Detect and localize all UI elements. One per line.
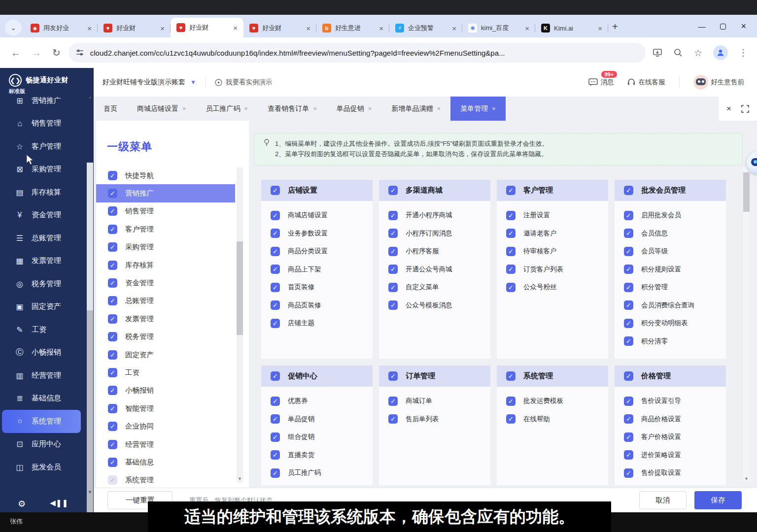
checkbox[interactable]: ✓ [108, 422, 117, 431]
tab-close-icon[interactable]: × [597, 24, 603, 33]
checkbox[interactable]: ✓ [271, 265, 280, 274]
menu-panel-row[interactable]: ✓工资 [96, 364, 235, 381]
panel-scroll-down-icon[interactable]: ▼ [237, 476, 243, 481]
sidebar-item-customer[interactable]: ☆客户管理 [0, 135, 94, 158]
menu-item-row[interactable]: ✓小程序客服 [379, 242, 490, 261]
sidebar-item-system[interactable]: ○系统管理 [2, 410, 81, 433]
menu-item-row[interactable]: ✓售价提取设置 [615, 464, 726, 482]
settings-gear-icon[interactable]: ⚙ [18, 499, 26, 509]
checkbox[interactable]: ✓ [271, 397, 280, 406]
sidebar-item-inventory[interactable]: ▤库存核算 [0, 181, 94, 204]
fullscreen-icon[interactable] [741, 105, 749, 113]
save-button[interactable]: 保存 [694, 491, 742, 509]
browser-tab[interactable]: ◈用友好业× [25, 19, 98, 37]
sidebar-scroll-up-icon[interactable]: ▲ [87, 95, 93, 100]
checkbox[interactable]: ✓ [271, 450, 280, 460]
checkbox[interactable]: ✓ [108, 206, 117, 216]
sidebar-item-basic-info[interactable]: ≣基础信息 [0, 387, 94, 410]
checkbox[interactable]: ✓ [624, 229, 633, 238]
checkbox[interactable]: ✓ [108, 296, 117, 305]
checkbox[interactable]: ✓ [388, 414, 398, 424]
maximize-icon[interactable] [720, 24, 726, 30]
checkbox[interactable]: ✓ [506, 371, 516, 381]
menu-item-row[interactable]: ✓公众号模板消息 [379, 297, 490, 315]
menu-item-row[interactable]: ✓直播卖货 [261, 446, 373, 465]
workspace-tab[interactable]: 查看销售订单× [258, 97, 327, 121]
checkbox[interactable]: ✓ [506, 247, 516, 256]
sidebar-item-invoice[interactable]: ▦发票管理 [0, 250, 94, 273]
menu-panel-row[interactable]: ✓营销推广 [96, 184, 235, 202]
menu-group-header[interactable]: ✓批发会员管理 [615, 180, 726, 201]
checkbox[interactable]: ✓ [108, 332, 117, 341]
content-scroll-thumb[interactable] [743, 172, 750, 212]
account-selector[interactable]: 好业财旺铺专业版演示账套 ▼ [103, 78, 196, 87]
menu-item-row[interactable]: ✓订货客户列表 [497, 261, 608, 279]
checkbox[interactable]: ✓ [624, 468, 633, 478]
checkbox[interactable]: ✓ [388, 211, 398, 220]
checkbox[interactable]: ✓ [388, 186, 398, 195]
menu-group-header[interactable]: ✓店铺设置 [261, 180, 373, 201]
menu-item-row[interactable]: ✓会员等级 [615, 242, 726, 261]
presale-consultant[interactable]: 好生意售前 [693, 75, 745, 90]
checkbox[interactable]: ✓ [108, 404, 117, 413]
menu-item-row[interactable]: ✓商品上下架 [261, 261, 373, 279]
checkbox[interactable]: ✓ [108, 225, 117, 234]
checkbox[interactable]: ✓ [108, 475, 117, 485]
menu-item-row[interactable]: ✓小程序订阅消息 [379, 225, 490, 243]
tab-close-icon[interactable]: × [305, 24, 311, 33]
menu-panel-row[interactable]: ✓智能管理 [96, 399, 235, 417]
menu-item-row[interactable]: ✓商品分类设置 [261, 242, 373, 261]
sidebar-item-payroll[interactable]: ✎工资 [0, 318, 94, 341]
collapse-sidebar-icon[interactable]: ◀❚❚ [50, 499, 68, 509]
workspace-tab[interactable]: 商城店铺设置× [127, 97, 196, 121]
checkbox[interactable]: ✓ [108, 458, 117, 467]
checkbox[interactable]: ✓ [271, 319, 280, 328]
sidebar-scrollbar[interactable] [87, 163, 93, 512]
menu-item-row[interactable]: ✓单品促销 [261, 410, 373, 429]
sidebar-item-app-center[interactable]: ⊡应用中心 [0, 433, 94, 456]
menu-panel-row[interactable]: ✓小畅报销 [96, 382, 235, 399]
menu-panel-row[interactable]: ✓企业协同 [96, 417, 235, 435]
checkbox[interactable]: ✓ [506, 229, 516, 238]
sidebar-scroll-down-icon[interactable]: ▼ [87, 490, 93, 495]
menu-item-row[interactable]: ✓积分管理 [615, 278, 726, 297]
menu-item-row[interactable]: ✓商城店铺设置 [261, 206, 373, 225]
checkbox[interactable]: ✓ [271, 186, 280, 195]
checkbox[interactable]: ✓ [624, 450, 633, 460]
checkbox[interactable]: ✓ [388, 371, 398, 381]
checkbox[interactable]: ✓ [271, 468, 280, 478]
menu-group-header[interactable]: ✓多渠道商城 [379, 180, 490, 201]
checkbox[interactable]: ✓ [506, 414, 516, 424]
checkbox[interactable]: ✓ [624, 247, 633, 256]
menu-item-row[interactable]: ✓待审核客户 [497, 242, 608, 261]
menu-item-row[interactable]: ✓开通小程序商城 [379, 206, 490, 225]
tab-close-icon[interactable]: × [232, 24, 239, 32]
checkbox[interactable]: ✓ [624, 300, 633, 310]
menu-item-row[interactable]: ✓首页装修 [261, 278, 373, 297]
sidebar-item-fixed-assets[interactable]: ▣固定资产 [0, 296, 94, 319]
checkbox[interactable]: ✓ [624, 414, 633, 424]
tab-close-icon[interactable]: × [86, 24, 93, 33]
menu-item-row[interactable]: ✓商城订单 [379, 392, 490, 410]
menu-item-row[interactable]: ✓店铺主题 [261, 314, 373, 332]
checkbox[interactable]: ✓ [108, 350, 117, 360]
menu-panel-row[interactable]: ✓基础信息 [96, 453, 235, 471]
workspace-tab[interactable]: 单品促销× [327, 97, 382, 121]
browser-profile-avatar[interactable] [713, 45, 728, 60]
menu-item-row[interactable]: ✓进价策略设置 [615, 446, 726, 465]
sidebar-item-marketing[interactable]: ⊞营销推广 [0, 89, 94, 112]
sidebar-scroll-thumb[interactable] [87, 310, 93, 512]
browser-tab[interactable]: KKimi.ai× [535, 19, 608, 37]
content-scroll-down-icon[interactable]: ▼ [743, 476, 750, 481]
menu-panel-row[interactable]: ✓发票管理 [96, 310, 235, 328]
tab-search-button[interactable]: ⌄ [5, 20, 22, 35]
menu-panel-row[interactable]: ✓固定资产 [96, 346, 235, 364]
checkbox[interactable]: ✓ [271, 211, 280, 220]
menu-group-header[interactable]: ✓订单管理 [379, 366, 490, 387]
checkbox[interactable]: ✓ [506, 265, 516, 274]
menu-panel-row[interactable]: ✓销售管理 [96, 202, 235, 220]
menu-group-header[interactable]: ✓价格管理 [615, 366, 726, 387]
sidebar-item-operation[interactable]: ▥经营管理 [0, 364, 94, 387]
menu-item-row[interactable]: ✓开通公众号商城 [379, 261, 490, 279]
minimize-icon[interactable]: — [698, 22, 705, 31]
